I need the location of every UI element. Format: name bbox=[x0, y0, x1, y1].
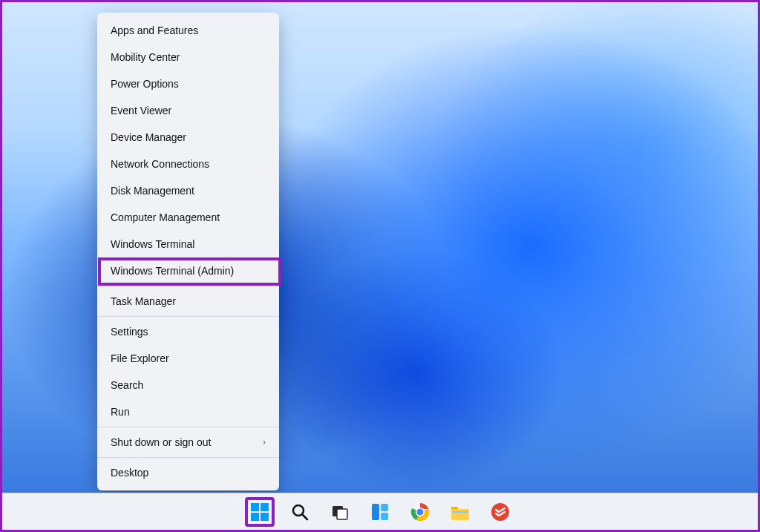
menu-file-explorer[interactable]: File Explorer bbox=[97, 345, 279, 372]
menu-item-label: Settings bbox=[111, 326, 148, 338]
search-button[interactable] bbox=[285, 497, 315, 527]
menu-run[interactable]: Run bbox=[97, 398, 279, 425]
todoist-button[interactable] bbox=[485, 497, 515, 527]
menu-item-label: Power Options bbox=[111, 78, 179, 90]
menu-item-label: Device Manager bbox=[111, 131, 186, 143]
svg-line-5 bbox=[303, 514, 308, 519]
menu-item-label: Search bbox=[111, 379, 143, 391]
svg-point-13 bbox=[417, 508, 424, 515]
menu-item-label: Mobility Center bbox=[111, 51, 180, 63]
file-explorer-button[interactable] bbox=[445, 497, 475, 527]
menu-network-connections[interactable]: Network Connections bbox=[97, 151, 279, 177]
menu-mobility-center[interactable]: Mobility Center bbox=[97, 44, 279, 70]
menu-item-label: Run bbox=[111, 406, 130, 418]
svg-rect-8 bbox=[372, 504, 379, 520]
search-icon bbox=[290, 502, 309, 522]
svg-rect-9 bbox=[381, 504, 388, 511]
menu-windows-terminal-admin[interactable]: Windows Terminal (Admin) bbox=[97, 257, 279, 284]
menu-item-label: Disk Management bbox=[111, 185, 194, 197]
menu-item-label: Network Connections bbox=[111, 158, 209, 170]
menu-task-manager[interactable]: Task Manager bbox=[97, 288, 279, 315]
menu-item-label: Apps and Features bbox=[111, 24, 198, 36]
menu-item-label: Windows Terminal (Admin) bbox=[111, 265, 234, 277]
menu-separator bbox=[97, 316, 279, 317]
windows-logo-icon bbox=[250, 502, 269, 522]
desktop-wallpaper: Apps and FeaturesMobility CenterPower Op… bbox=[2, 2, 758, 493]
svg-rect-7 bbox=[337, 509, 347, 519]
taskbar bbox=[2, 493, 758, 530]
svg-rect-3 bbox=[261, 513, 269, 521]
svg-rect-2 bbox=[251, 513, 259, 521]
menu-power-options[interactable]: Power Options bbox=[97, 70, 279, 97]
folder-icon bbox=[450, 502, 471, 522]
menu-search[interactable]: Search bbox=[97, 372, 279, 398]
menu-shutdown-signout[interactable]: Shut down or sign out› bbox=[97, 429, 279, 456]
todoist-icon bbox=[491, 502, 510, 522]
chrome-button[interactable] bbox=[405, 497, 435, 527]
chevron-right-icon: › bbox=[263, 437, 266, 447]
task-view-button[interactable] bbox=[325, 497, 355, 527]
menu-desktop[interactable]: Desktop bbox=[97, 459, 279, 486]
menu-item-label: Shut down or sign out bbox=[111, 436, 211, 448]
menu-separator bbox=[97, 457, 279, 458]
start-button[interactable] bbox=[245, 497, 275, 527]
menu-computer-management[interactable]: Computer Management bbox=[97, 204, 279, 231]
widgets-icon bbox=[370, 502, 390, 522]
menu-windows-terminal[interactable]: Windows Terminal bbox=[97, 231, 279, 257]
menu-apps-and-features[interactable]: Apps and Features bbox=[97, 17, 279, 44]
menu-item-label: Task Manager bbox=[111, 295, 176, 307]
svg-rect-0 bbox=[251, 503, 259, 511]
menu-separator bbox=[97, 427, 279, 427]
svg-rect-1 bbox=[261, 503, 269, 511]
menu-settings[interactable]: Settings bbox=[97, 318, 279, 345]
menu-disk-management[interactable]: Disk Management bbox=[97, 177, 279, 204]
svg-rect-14 bbox=[453, 511, 468, 513]
widgets-button[interactable] bbox=[365, 497, 395, 527]
menu-item-label: File Explorer bbox=[111, 352, 169, 364]
chrome-icon bbox=[410, 502, 430, 522]
menu-event-viewer[interactable]: Event Viewer bbox=[97, 97, 279, 124]
menu-separator bbox=[97, 286, 279, 286]
start-context-menu: Apps and FeaturesMobility CenterPower Op… bbox=[97, 13, 279, 490]
menu-device-manager[interactable]: Device Manager bbox=[97, 124, 279, 151]
svg-rect-10 bbox=[381, 513, 388, 520]
task-view-icon bbox=[330, 502, 350, 522]
menu-item-label: Computer Management bbox=[111, 211, 220, 223]
menu-item-label: Event Viewer bbox=[111, 105, 171, 116]
menu-item-label: Windows Terminal bbox=[111, 238, 194, 250]
menu-item-label: Desktop bbox=[111, 467, 148, 479]
